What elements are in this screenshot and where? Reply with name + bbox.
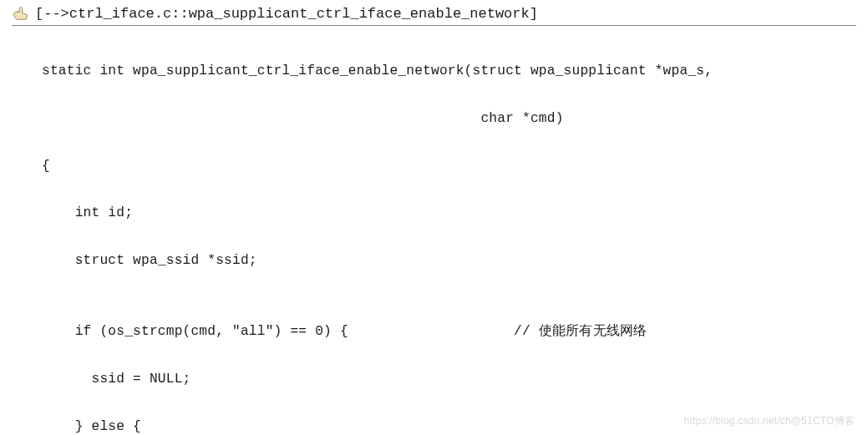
listing-title: [-->ctrl_iface.c::wpa_supplicant_ctrl_if… bbox=[35, 6, 538, 22]
code-line: int id; bbox=[42, 201, 856, 225]
code-line: } else { bbox=[42, 415, 856, 436]
code-line: if (os_strcmp(cmd, "all") == 0) { // 使能所… bbox=[42, 320, 856, 343]
code-line: { bbox=[42, 154, 856, 178]
code-block: static int wpa_supplicant_ctrl_iface_ena… bbox=[12, 36, 856, 435]
code-line: ssid = NULL; bbox=[42, 367, 856, 391]
code-listing-header: [-->ctrl_iface.c::wpa_supplicant_ctrl_if… bbox=[12, 5, 856, 23]
code-line: char *cmd) bbox=[42, 107, 856, 130]
code-line: static int wpa_supplicant_ctrl_iface_ena… bbox=[42, 59, 856, 83]
pointing-hand-icon bbox=[12, 5, 30, 22]
divider-top bbox=[12, 25, 856, 26]
code-line: struct wpa_ssid *ssid; bbox=[42, 249, 856, 272]
